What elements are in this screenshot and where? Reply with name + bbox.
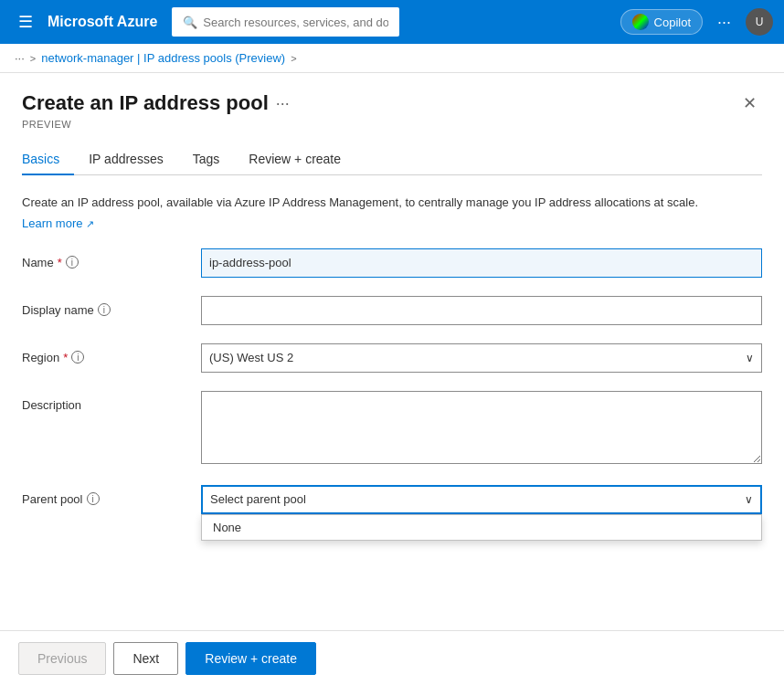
display-name-row: Display name i [22, 296, 762, 325]
tab-basics[interactable]: Basics [22, 144, 74, 175]
form-section: Name * i Display name i Region * i [22, 248, 762, 514]
name-control [201, 248, 762, 278]
name-required: * [58, 256, 62, 269]
parent-pool-dropdown: None [201, 514, 762, 541]
tab-tags[interactable]: Tags [178, 144, 235, 175]
previous-button: Previous [18, 642, 106, 675]
parent-pool-info-icon[interactable]: i [87, 492, 100, 505]
name-info-icon[interactable]: i [66, 256, 79, 269]
tabs: Basics IP addresses Tags Review + create [22, 144, 762, 175]
region-required: * [63, 351, 68, 364]
external-link-icon: ↗ [86, 218, 94, 229]
description-label: Description [22, 391, 186, 412]
display-name-input[interactable] [201, 296, 762, 325]
display-name-control [201, 296, 762, 325]
next-button[interactable]: Next [113, 642, 178, 675]
breadcrumb-chevron-1: > [30, 53, 36, 64]
dropdown-item-none[interactable]: None [202, 515, 761, 540]
region-value: (US) West US 2 [209, 351, 293, 364]
description-input[interactable] [201, 391, 762, 464]
breadcrumb-ellipsis[interactable]: ··· [15, 51, 25, 65]
search-bar[interactable]: 🔍 [172, 7, 399, 37]
page-header: Create an IP address pool ··· ✕ [22, 91, 762, 115]
parent-pool-chevron-icon: ∨ [745, 493, 753, 506]
page-title-more-button[interactable]: ··· [276, 94, 290, 113]
tab-ip-addresses[interactable]: IP addresses [74, 144, 177, 175]
region-label: Region * i [22, 343, 186, 364]
region-info-icon[interactable]: i [71, 351, 84, 364]
nav-more-button[interactable]: ··· [710, 9, 738, 36]
description-control [201, 391, 762, 467]
search-icon: 🔍 [183, 16, 197, 29]
parent-pool-row: Parent pool i Select parent pool ∨ None [22, 485, 762, 514]
review-create-button[interactable]: Review + create [185, 642, 316, 675]
name-label: Name * i [22, 248, 186, 269]
region-chevron-icon: ∨ [746, 352, 754, 364]
close-button[interactable]: ✕ [737, 91, 762, 115]
description-text: Create an IP address pool, available via… [22, 194, 762, 212]
parent-pool-label: Parent pool i [22, 485, 186, 506]
parent-pool-placeholder: Select parent pool [210, 492, 306, 506]
copilot-label: Copilot [654, 16, 691, 29]
region-control: (US) West US 2 ∨ [201, 343, 762, 373]
display-name-info-icon[interactable]: i [98, 303, 111, 316]
hamburger-menu[interactable]: ☰ [11, 8, 40, 36]
page-subtitle: PREVIEW [22, 119, 762, 130]
brand-name: Microsoft Azure [48, 14, 157, 30]
top-nav: ☰ Microsoft Azure 🔍 Copilot ··· U [0, 0, 784, 44]
breadcrumb: ··· > network-manager | IP address pools… [0, 44, 784, 73]
region-row: Region * i (US) West US 2 ∨ [22, 343, 762, 373]
copilot-button[interactable]: Copilot [620, 9, 703, 35]
parent-pool-control: Select parent pool ∨ None [201, 485, 762, 514]
description-row: Description [22, 391, 762, 467]
copilot-icon [632, 14, 649, 30]
breadcrumb-link-1[interactable]: network-manager | IP address pools (Prev… [41, 51, 285, 65]
avatar-initial: U [756, 16, 764, 28]
footer: Previous Next Review + create [0, 630, 784, 685]
breadcrumb-chevron-2: > [291, 53, 296, 64]
search-input[interactable] [203, 16, 388, 29]
tab-review-create[interactable]: Review + create [234, 144, 355, 175]
page-title: Create an IP address pool [22, 91, 269, 115]
display-name-label: Display name i [22, 296, 186, 317]
page-title-area: Create an IP address pool ··· [22, 91, 290, 115]
region-select[interactable]: (US) West US 2 ∨ [201, 343, 762, 373]
parent-pool-select[interactable]: Select parent pool ∨ [201, 485, 762, 514]
name-row: Name * i [22, 248, 762, 278]
name-input[interactable] [201, 248, 762, 278]
avatar[interactable]: U [746, 8, 773, 36]
main-content: Create an IP address pool ··· ✕ PREVIEW … [0, 73, 784, 680]
learn-more-link[interactable]: Learn more ↗ [22, 216, 94, 230]
